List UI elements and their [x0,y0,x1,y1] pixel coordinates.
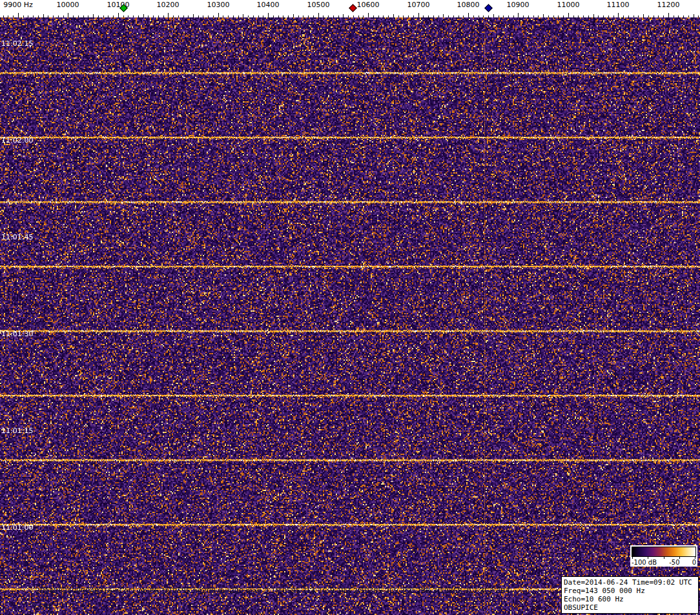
marker-red-diamond-icon[interactable] [349,4,357,12]
info-station-line: OBSUPICE [564,603,696,612]
observation-info-box: Date=2014-06-24 Time=09:02 UTC Freq=143 … [561,576,699,614]
time-label: 11:02:00 [1,136,33,145]
time-label: 11:02:15 [1,39,33,48]
marker-blue-diamond-icon[interactable] [484,4,493,12]
freq-tick [368,13,369,17]
freq-label-11200: 11200 [657,1,680,9]
time-label: 11:01:45 [1,233,33,241]
freq-label-9900: 9900 Hz [3,1,33,9]
spectrogram-app: 9900 Hz100001010010200103001040010500106… [0,0,700,615]
info-freq-line: Freq=143 050 000 Hz [564,587,696,595]
freq-tick [668,13,669,17]
scale-label-mid: -50 [669,559,679,566]
time-label: 11:01:15 [1,427,33,435]
freq-tick [118,13,119,17]
freq-label-10900: 10900 [507,1,530,9]
scale-label-min: -100 dB [632,559,657,566]
info-echo-line: Echo=10 600 Hz [564,595,696,603]
spectrogram-area: 20140624090048216 nCnt1 nb-86 1f10595 hi… [0,17,700,615]
freq-tick [318,13,319,17]
freq-tick [418,13,419,17]
spectrogram-canvas[interactable] [0,17,700,615]
freq-tick [568,13,569,17]
freq-label-10000: 10000 [57,1,79,9]
freq-tick [168,13,169,17]
freq-label-11000: 11000 [557,1,580,9]
freq-tick [468,13,469,17]
intensity-color-scale: -100 dB -50 0 [630,545,697,567]
freq-tick [518,13,519,17]
scale-label-max: 0 [692,559,696,566]
freq-tick [218,13,219,17]
info-date-line: Date=2014-06-24 Time=09:02 UTC [564,578,696,587]
frequency-ruler[interactable]: 9900 Hz100001010010200103001040010500106… [0,0,700,17]
freq-label-10400: 10400 [257,1,280,9]
freq-label-10200: 10200 [157,1,180,9]
freq-label-10300: 10300 [207,1,230,9]
color-gradient-bar [632,547,696,557]
freq-label-10600: 10600 [357,1,380,9]
freq-tick [68,13,68,17]
detection-log-text: 20140624090048216 nCnt1 nb-86 1f10595 hi… [36,587,510,595]
cursor-readout-text: ^t+48 [28,602,52,610]
freq-label-10700: 10700 [407,1,430,9]
freq-tick [18,13,19,17]
freq-label-10800: 10800 [457,1,480,9]
freq-tick [268,13,269,17]
time-label: 11:01:30 [1,330,33,338]
freq-tick [618,13,619,17]
freq-label-11100: 11100 [607,1,630,9]
time-label: 11:01:00 [1,523,33,532]
freq-label-10500: 10500 [307,1,330,9]
scale-labels: -100 dB -50 0 [632,559,696,566]
